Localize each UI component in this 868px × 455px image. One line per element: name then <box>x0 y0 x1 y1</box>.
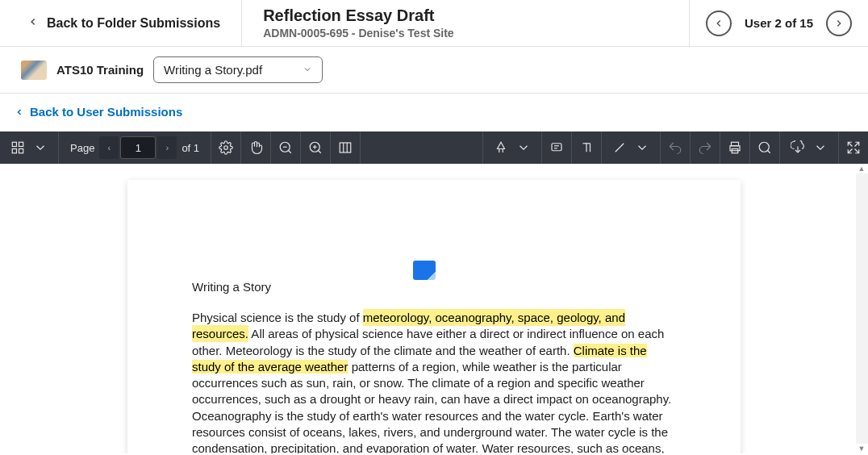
document-page: Writing a Story Physical science is the … <box>127 180 741 453</box>
note-tool-button[interactable] <box>542 131 571 164</box>
svg-rect-12 <box>340 143 351 152</box>
prev-page-button[interactable]: ‹ <box>99 136 119 159</box>
redo-button[interactable] <box>691 131 720 164</box>
user-navigation: User 2 of 15 <box>689 0 868 46</box>
pan-tool-button[interactable] <box>241 131 270 164</box>
zoom-in-button[interactable] <box>301 131 330 164</box>
user-counter-label: User 2 of 15 <box>745 16 813 30</box>
svg-rect-0 <box>12 142 16 146</box>
back-folder-label: Back to Folder Submissions <box>47 16 220 31</box>
thumbnails-button[interactable] <box>6 131 29 164</box>
document-title: Writing a Story <box>192 280 676 294</box>
undo-button[interactable] <box>661 131 690 164</box>
doc-text: Oceanography is the study of earth's wat… <box>192 409 668 454</box>
svg-line-28 <box>848 142 852 146</box>
svg-point-25 <box>759 142 769 152</box>
chevron-left-icon <box>27 15 39 31</box>
print-button[interactable] <box>720 131 749 164</box>
settings-button[interactable] <box>211 131 240 164</box>
scroll-down-icon[interactable]: ▼ <box>857 444 866 453</box>
page-total-label: of 1 <box>182 142 199 154</box>
fullscreen-button[interactable] <box>839 131 868 164</box>
svg-line-30 <box>848 149 852 153</box>
page-number-input[interactable] <box>120 136 156 159</box>
course-subtitle: ADMN-0005-695 - Denise's Test Site <box>263 27 668 40</box>
svg-line-9 <box>319 150 321 152</box>
doc-text: Physical science is the study of <box>192 311 363 324</box>
scroll-up-icon[interactable]: ▲ <box>857 164 866 173</box>
line-tool-dropdown[interactable] <box>631 131 653 164</box>
student-name-label: ATS10 Training <box>56 63 144 77</box>
svg-rect-2 <box>12 149 16 153</box>
assignment-title: Reflection Essay Draft <box>263 6 668 25</box>
svg-line-21 <box>616 144 624 152</box>
back-to-folder-link[interactable]: Back to Folder Submissions <box>0 0 242 46</box>
back-user-label: Back to User Submissions <box>30 105 182 119</box>
page-layout-button[interactable] <box>331 131 360 164</box>
title-block: Reflection Essay Draft ADMN-0005-695 - D… <box>242 0 689 46</box>
thumbnails-dropdown[interactable] <box>29 131 52 164</box>
highlighter-dropdown[interactable] <box>512 131 535 164</box>
search-button[interactable] <box>750 131 779 164</box>
sticky-note-icon[interactable] <box>413 261 436 280</box>
page-label: Page <box>70 142 94 154</box>
file-selected-label: Writing a Story.pdf <box>164 63 262 77</box>
file-selector-dropdown[interactable]: Writing a Story.pdf <box>153 56 323 83</box>
student-avatar <box>21 61 47 80</box>
document-viewer: ▲ ▼ Writing a Story Physical science is … <box>0 164 868 453</box>
svg-rect-1 <box>19 142 23 146</box>
next-page-button[interactable]: › <box>157 136 177 159</box>
download-button[interactable] <box>787 131 809 164</box>
svg-line-26 <box>767 150 770 152</box>
svg-line-31 <box>855 149 859 153</box>
next-user-button[interactable] <box>826 10 852 36</box>
chevron-down-icon <box>303 65 312 76</box>
line-tool-button[interactable] <box>608 131 631 164</box>
prev-user-button[interactable] <box>706 10 732 36</box>
svg-rect-22 <box>732 142 739 146</box>
scrollbar-track[interactable] <box>856 173 868 444</box>
svg-line-6 <box>289 150 291 152</box>
document-body: Physical science is the study of meteoro… <box>192 310 676 453</box>
back-to-user-submissions-link[interactable]: Back to User Submissions <box>15 105 853 119</box>
download-dropdown[interactable] <box>809 131 832 164</box>
svg-rect-15 <box>552 144 561 151</box>
svg-rect-3 <box>19 149 23 153</box>
text-tool-button[interactable] <box>572 131 601 164</box>
zoom-out-button[interactable] <box>271 131 300 164</box>
highlighter-tool-button[interactable] <box>490 131 512 164</box>
svg-line-29 <box>855 142 859 146</box>
svg-point-4 <box>224 146 228 150</box>
